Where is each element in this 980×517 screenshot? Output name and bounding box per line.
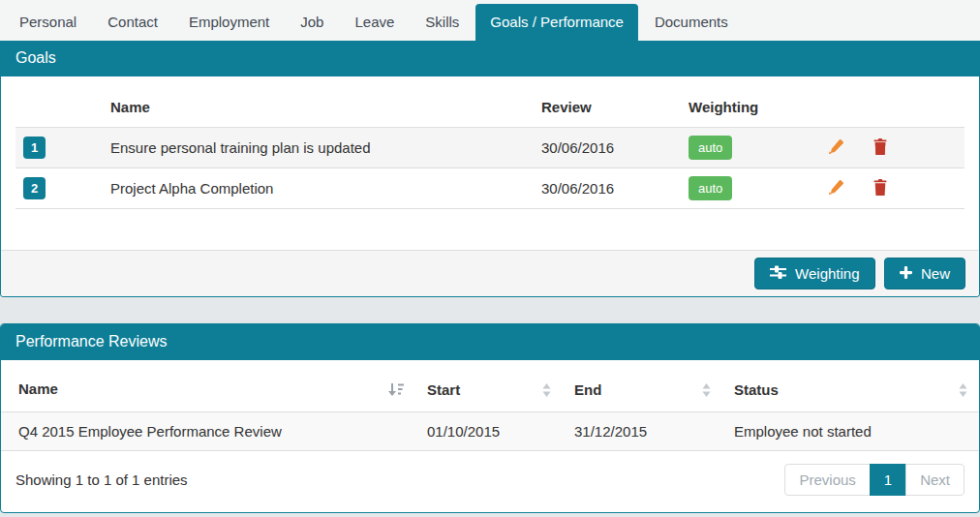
goals-header-row: Name Review Weighting [15, 90, 965, 128]
new-button-label: New [921, 265, 950, 282]
delete-goal-icon[interactable] [873, 179, 888, 198]
review-end-date: 31/12/2015 [563, 412, 722, 451]
sliders-icon [770, 265, 786, 282]
performance-reviews-title: Performance Reviews [1, 324, 979, 360]
goals-table: Name Review Weighting 1 Ensure personal … [15, 90, 965, 209]
entries-summary: Showing 1 to 1 of 1 entries [15, 471, 188, 488]
weighting-button[interactable]: Weighting [754, 258, 874, 289]
goals-col-weighting: Weighting [681, 90, 813, 128]
goals-col-review: Review [534, 90, 681, 128]
performance-reviews-table: Name Start End [1, 360, 979, 451]
tab-documents[interactable]: Documents [640, 4, 743, 41]
delete-goal-icon[interactable] [873, 138, 888, 158]
goal-row: 1 Ensure personal training plan is updat… [15, 128, 965, 168]
tab-goals-performance[interactable]: Goals / Performance [475, 4, 638, 41]
tab-bar: Personal Contact Employment Job Leave Sk… [0, 0, 980, 41]
goal-row: 2 Project Alpha Completion 30/06/2016 au… [15, 168, 965, 209]
next-page-button[interactable]: Next [905, 464, 965, 496]
sort-both-icon[interactable] [542, 383, 551, 400]
goals-panel-title: Goals [1, 41, 979, 76]
reviews-col-name[interactable]: Name [1, 360, 415, 412]
goals-col-name: Name [103, 90, 534, 128]
goal-name: Project Alpha Completion [103, 168, 534, 209]
sort-both-icon[interactable] [959, 383, 967, 400]
reviews-col-status[interactable]: Status [722, 360, 979, 412]
plus-icon [900, 265, 912, 282]
reviews-footer: Showing 1 to 1 of 1 entries Previous 1 N… [1, 451, 979, 512]
reviews-col-start[interactable]: Start [415, 360, 563, 412]
pagination: Previous 1 Next [785, 464, 965, 496]
page-1-button[interactable]: 1 [870, 464, 906, 496]
tab-skills[interactable]: Skills [411, 4, 474, 41]
goal-review-date: 30/06/2016 [534, 168, 681, 209]
tab-leave[interactable]: Leave [340, 4, 409, 41]
goal-number-badge: 2 [23, 177, 46, 199]
review-status: Employee not started [722, 412, 979, 451]
tab-contact[interactable]: Contact [93, 4, 172, 41]
weighting-button-label: Weighting [795, 265, 859, 282]
goals-col-number [15, 90, 103, 128]
review-row[interactable]: Q4 2015 Employee Performance Review 01/1… [1, 412, 979, 451]
tab-employment[interactable]: Employment [174, 4, 284, 41]
weighting-badge: auto [689, 136, 732, 160]
goals-panel: Goals Name Review Weighting 1 Ensure per… [0, 41, 980, 297]
review-name: Q4 2015 Employee Performance Review [1, 412, 415, 451]
performance-reviews-panel: Performance Reviews Name Start End [0, 323, 980, 513]
tab-job[interactable]: Job [286, 4, 338, 41]
previous-page-button[interactable]: Previous [784, 464, 870, 496]
sort-both-icon[interactable] [702, 383, 711, 400]
goal-number-badge: 1 [23, 137, 46, 159]
goals-panel-body: Name Review Weighting 1 Ensure personal … [1, 76, 979, 209]
review-start-date: 01/10/2015 [415, 412, 563, 451]
goal-name: Ensure personal training plan is updated [103, 128, 534, 168]
new-button[interactable]: New [884, 258, 965, 289]
goal-review-date: 30/06/2016 [534, 128, 681, 168]
goals-panel-footer: Weighting New [1, 250, 979, 296]
tab-personal[interactable]: Personal [5, 4, 91, 41]
edit-goal-icon[interactable] [828, 138, 844, 158]
edit-goal-icon[interactable] [828, 179, 844, 198]
weighting-badge: auto [689, 176, 732, 200]
sort-descending-icon[interactable] [388, 382, 404, 400]
reviews-header-row: Name Start End [1, 360, 979, 412]
reviews-col-end[interactable]: End [563, 360, 722, 412]
